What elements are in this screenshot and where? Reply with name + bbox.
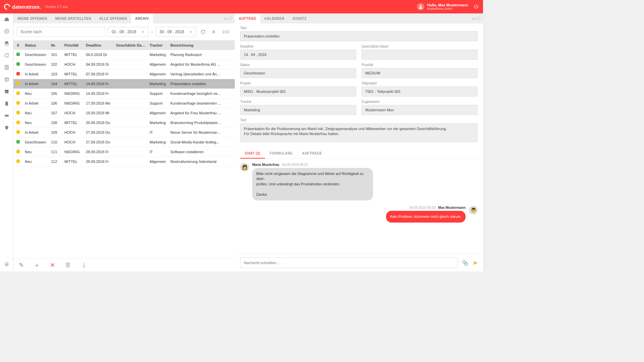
box-icon[interactable] — [4, 76, 10, 82]
chevron-down-icon: ▼ — [141, 30, 145, 34]
minimize-icon[interactable]: ▭ — [472, 16, 476, 21]
nav-rail — [0, 13, 13, 272]
status-dot — [16, 160, 20, 163]
attach-icon[interactable]: 📎 — [462, 260, 469, 266]
table-row[interactable]: In Arbeit109HOCH27.09.2018 DoITNeuer Ser… — [13, 128, 235, 137]
status-dot — [16, 140, 20, 143]
table-row[interactable]: Geschlossen102HOCH04.09.2018 DiAllgemein… — [13, 60, 235, 69]
document-icon[interactable] — [4, 101, 10, 107]
zugewiesen-field[interactable]: Mustermann Max — [362, 105, 478, 115]
status-dot — [16, 121, 20, 124]
tracker-field[interactable]: Marketing — [240, 105, 356, 115]
delete-icon[interactable]: ✕ — [50, 261, 55, 269]
table-row[interactable]: Neu112MITTEL28.09.2018 FrAllgemeinRestru… — [13, 157, 235, 167]
left-tabs: MEINE OFFENENMEINE ERSTELLTENALLE OFFENE… — [13, 13, 235, 23]
tab-archiv[interactable]: ARCHIV — [131, 13, 153, 23]
greeting-text: Hallo, Max Mustermann — [427, 3, 468, 7]
table-row[interactable]: Neu111NIEDRIG28.09.2018 FrITSoftware ins… — [13, 147, 235, 157]
date-to-picker[interactable]: 30 . 09 . 2018▼ — [156, 27, 196, 37]
search-input[interactable] — [17, 27, 105, 37]
status-dot — [16, 92, 20, 95]
maximize-icon[interactable]: ☐ — [477, 16, 480, 21]
gear-icon[interactable] — [4, 261, 10, 267]
table-row[interactable]: Geschlossen101MITTEL04.0.2018 DiMarketin… — [13, 50, 235, 60]
power-icon[interactable] — [474, 4, 479, 10]
table-row[interactable]: Neu107HOCH19.09.2018 MiAllgemeinAngebot … — [13, 108, 235, 118]
company-text: Musterfirma GmbH — [427, 7, 468, 10]
subtab-1[interactable]: FORMULARE — [265, 149, 297, 159]
refresh-icon[interactable] — [4, 52, 10, 58]
table-header: S Status Nr. Priorität Deadline Geschätz… — [13, 41, 235, 50]
status-dot — [16, 101, 20, 105]
table-row[interactable]: In Arbeit106NIEDRIG17.09.2018 MoSupportK… — [13, 99, 235, 108]
chat-input[interactable] — [240, 257, 458, 268]
logo[interactable]: datenstrom. — [4, 4, 41, 10]
status-field[interactable]: Geschlossen — [240, 68, 356, 78]
tab-meine-offenen[interactable]: MEINE OFFENEN — [13, 13, 51, 23]
trash-icon[interactable]: 🗑 — [65, 261, 71, 268]
tab-meine-erstellten[interactable]: MEINE ERSTELLTEN — [51, 13, 95, 23]
date-from-picker[interactable]: 01 . 09 . 2018▼ — [108, 27, 148, 37]
add-icon[interactable]: ＋ — [34, 261, 40, 269]
maximize-icon[interactable]: ☐ — [229, 16, 232, 21]
status-dot — [16, 130, 20, 134]
projekt-field[interactable]: M001 - Musterprojekt 001 — [240, 86, 356, 97]
dauer-field[interactable] — [362, 50, 478, 60]
svg-rect-8 — [5, 90, 8, 91]
status-dot — [16, 72, 20, 75]
message-bubble: Kein Problem, kümmere mich gleich darum. — [386, 211, 466, 223]
brand-text: datenstrom. — [12, 4, 41, 10]
shield-icon[interactable] — [4, 125, 10, 131]
table-row[interactable]: Neu105NIEDRIG14.09.2018 FrSupportKundena… — [13, 89, 235, 99]
calculator-icon[interactable] — [4, 64, 10, 70]
chat-message: 👩Maria Musterfrau04.09.2018 08:02Bitte n… — [240, 163, 478, 200]
user-menu[interactable]: Hallo, Max Mustermann Musterfirma GmbH — [417, 3, 468, 10]
tab-kalender[interactable]: KALENDER — [260, 13, 288, 23]
subtab-2[interactable]: AUFTRÄGE — [297, 149, 327, 159]
edit-icon[interactable]: ✎ — [19, 261, 24, 269]
text-field[interactable]: Präsentation für die Positionierung am M… — [240, 123, 478, 142]
chat-message: 👨04.09.2018 08:03Max MustermannKein Prob… — [240, 206, 478, 223]
avatar-icon — [417, 3, 424, 10]
reload-icon[interactable] — [199, 28, 207, 36]
avatar: 👨 — [469, 206, 478, 215]
status-dot — [16, 82, 20, 85]
status-dot — [16, 111, 20, 114]
page-info: 1/12 — [220, 30, 231, 34]
svg-point-10 — [6, 264, 7, 265]
close-icon[interactable] — [210, 28, 218, 36]
tab-zusatz[interactable]: ZUSATZ — [288, 13, 311, 23]
status-dot — [16, 150, 20, 153]
deadline-field[interactable]: 14 . 09 . 2018 — [240, 50, 356, 60]
calendar-icon[interactable] — [4, 88, 10, 95]
tab-alle-offenen[interactable]: ALLE OFFENEN — [95, 13, 131, 23]
stack-icon[interactable] — [4, 40, 10, 46]
status-dot — [16, 53, 20, 56]
chevron-down-icon: ▼ — [189, 30, 193, 34]
svg-point-0 — [420, 5, 421, 7]
avatar: 👩 — [240, 163, 249, 172]
tab-auftrag[interactable]: AUFTRAG — [235, 13, 260, 23]
send-icon[interactable]: ➤ — [473, 259, 478, 266]
table-row[interactable]: In Arbeit104MITTEL14.09.2018 FrMarketing… — [13, 79, 235, 89]
titel-field[interactable]: Präsentation erstellen — [240, 31, 478, 41]
prio-field[interactable]: MEDIUM — [362, 68, 478, 78]
right-tabs: AUFTRAGKALENDERZUSATZ ▭ ☐ — [235, 13, 483, 23]
teilprojekt-field[interactable]: T001 - Teilprojekt 001 — [362, 86, 478, 97]
svg-rect-9 — [5, 115, 9, 116]
table-row[interactable]: In Arbeit103MITTEL07.09.2018 FrAllgemein… — [13, 69, 235, 79]
home-icon[interactable] — [4, 16, 10, 22]
play-icon[interactable] — [4, 28, 10, 34]
ticket-icon[interactable] — [4, 113, 10, 119]
version-text: Version 3.7.xxx — [45, 5, 68, 9]
status-dot — [16, 62, 20, 66]
minimize-icon[interactable]: ▭ — [224, 16, 227, 21]
logo-icon — [3, 2, 11, 11]
subtab-0[interactable]: CHAT (2) — [240, 149, 265, 159]
sub-tabs: CHAT (2)FORMULAREAUFTRÄGE — [240, 149, 478, 159]
message-bubble: Bitte nicht vergessen die Diagramme und … — [252, 168, 373, 200]
table-row[interactable]: Geschlossen110HOCH27.09.2018 DoMarketing… — [13, 137, 235, 147]
download-icon[interactable]: ⭳ — [81, 261, 87, 268]
table-row[interactable]: Neu108MITTEL20.09.2018 DoMarketingBrains… — [13, 118, 235, 128]
